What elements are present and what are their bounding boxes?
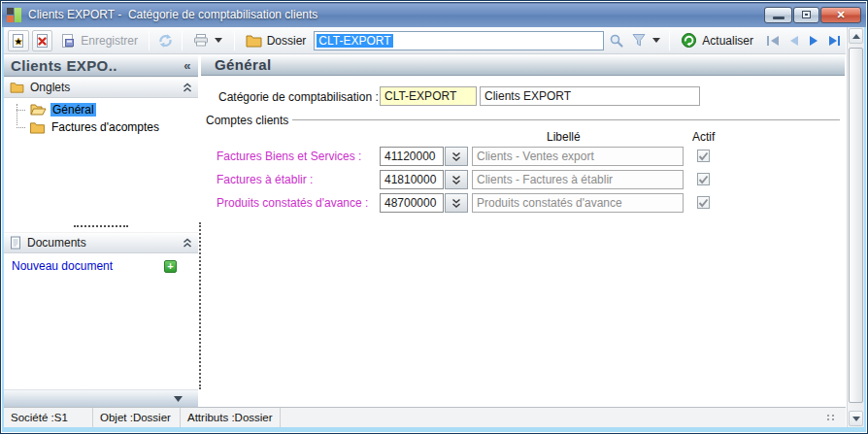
nav-next-icon[interactable] xyxy=(808,35,819,47)
tree-item-label: Factures d'acomptes xyxy=(50,120,161,134)
print-button[interactable] xyxy=(188,30,228,51)
app-window: Clients EXPORT - Catégorie de comptabili… xyxy=(0,0,868,434)
arrow-up-icon xyxy=(852,34,860,39)
checkmark-icon xyxy=(698,198,709,208)
save-icon xyxy=(60,33,76,49)
title-bar[interactable]: Clients EXPORT - Catégorie de comptabili… xyxy=(2,2,866,27)
minimize-button[interactable] xyxy=(764,7,792,23)
folder-icon xyxy=(246,34,262,48)
documents-panel-label: Documents xyxy=(27,236,86,250)
refresh-icon xyxy=(157,33,174,49)
resize-grip-icon[interactable] xyxy=(827,415,835,420)
filter-dropdown-caret-icon[interactable] xyxy=(651,38,661,43)
toolbar-separator xyxy=(182,31,183,50)
account-number-field[interactable]: 41810000 xyxy=(380,170,444,189)
account-row-label: Factures Biens et Services : xyxy=(217,150,361,163)
refresh-button[interactable] xyxy=(155,30,176,51)
account-dropdown-button[interactable] xyxy=(445,147,468,166)
account-dropdown-button[interactable] xyxy=(445,193,468,213)
new-page-star-icon xyxy=(11,33,26,49)
maximize-button[interactable] xyxy=(793,7,819,23)
tree-item-label: Général xyxy=(50,103,96,117)
documents-panel-header[interactable]: Documents xyxy=(4,232,198,253)
status-bar: Société :S1 Objet :Dossier Attributs :Do… xyxy=(4,407,846,427)
folder-icon xyxy=(10,82,24,93)
category-name-field[interactable]: Clients EXPORT xyxy=(480,86,700,106)
close-icon: ✕ xyxy=(836,9,845,21)
tree-item-general[interactable]: Général xyxy=(10,101,198,118)
app-logo-icon xyxy=(7,8,21,22)
printer-icon xyxy=(193,33,209,48)
new-document-button[interactable] xyxy=(8,30,29,51)
main-panel: Général Catégorie de comptabilisation : … xyxy=(201,54,845,389)
actualiser-refresh-icon xyxy=(681,32,697,49)
account-combo[interactable]: 41810000 xyxy=(380,170,468,189)
window-frame xyxy=(2,427,866,432)
account-combo[interactable]: 48700000 xyxy=(380,193,468,213)
add-document-button[interactable]: + xyxy=(164,260,177,273)
dossier-button[interactable]: Dossier xyxy=(241,30,312,51)
toolbar: Enregistrer xyxy=(4,27,846,54)
document-icon xyxy=(10,236,21,250)
print-dropdown-caret-icon[interactable] xyxy=(214,38,223,43)
filter-button[interactable] xyxy=(629,30,663,51)
column-header-actif: Actif xyxy=(692,130,715,144)
double-chevron-down-icon xyxy=(451,175,462,185)
new-document-row: Nouveau document + xyxy=(4,253,198,273)
group-label: Comptes clients xyxy=(206,114,288,127)
account-row-label: Factures à établir : xyxy=(217,173,313,186)
status-objet: Objet :Dossier xyxy=(93,408,181,427)
window-frame xyxy=(864,27,866,432)
scrollbar-thumb[interactable] xyxy=(849,48,863,403)
actif-checkbox xyxy=(697,196,710,209)
account-row-label: Produits constatés d'avance : xyxy=(217,196,368,210)
onglets-panel-label: Onglets xyxy=(30,81,70,94)
main-section-title: Général xyxy=(215,56,272,73)
scroll-down-button[interactable] xyxy=(849,411,863,426)
folder-icon xyxy=(29,121,46,134)
delete-button[interactable] xyxy=(32,30,53,51)
collapse-panel-icon[interactable] xyxy=(183,238,192,249)
dossier-search-value: CLT-EXPORT xyxy=(317,34,392,48)
column-header-libelle: Libellé xyxy=(547,130,581,144)
new-document-link[interactable]: Nouveau document xyxy=(12,259,113,273)
onglets-panel-header[interactable]: Onglets xyxy=(4,77,198,98)
chevron-down-icon xyxy=(174,396,183,402)
account-dropdown-button[interactable] xyxy=(445,170,468,189)
account-libelle-field: Clients - Ventes export xyxy=(472,147,684,166)
sidebar-title-bar: Clients EXPO.. « xyxy=(4,54,198,77)
status-attributs: Attributs :Dossier xyxy=(181,408,281,427)
search-button[interactable] xyxy=(607,30,627,51)
collapse-panel-icon[interactable] xyxy=(183,83,192,93)
save-button[interactable]: Enregistrer xyxy=(55,30,143,51)
scroll-up-button[interactable] xyxy=(849,28,863,44)
sidebar-collapse-icon[interactable]: « xyxy=(184,58,191,73)
double-chevron-down-icon xyxy=(451,198,462,209)
filter-funnel-icon xyxy=(631,33,647,48)
account-row: Produits constatés d'avance : 48700000 P… xyxy=(201,193,845,213)
arrow-down-icon xyxy=(852,417,860,421)
nav-previous-icon[interactable] xyxy=(788,35,800,47)
group-divider xyxy=(292,119,840,121)
search-icon xyxy=(609,33,624,49)
double-chevron-down-icon xyxy=(451,151,462,162)
window-title: Clients EXPORT - Catégorie de comptabili… xyxy=(28,8,317,21)
onglets-tree: Général Factures d'acomptes xyxy=(4,98,198,136)
horizontal-splitter-handle[interactable] xyxy=(74,225,128,227)
tree-item-factures-acomptes[interactable]: Factures d'acomptes xyxy=(10,118,198,136)
account-combo[interactable]: 41120000 xyxy=(380,147,468,166)
account-number-field[interactable]: 48700000 xyxy=(380,193,444,213)
close-button[interactable]: ✕ xyxy=(820,7,861,23)
account-number-field[interactable]: 41120000 xyxy=(380,147,444,166)
actualiser-button[interactable]: Actualiser xyxy=(676,30,758,51)
sidebar-overflow-bar[interactable] xyxy=(4,389,198,407)
open-folder-icon xyxy=(29,103,47,117)
vertical-scrollbar[interactable] xyxy=(847,27,864,427)
window-frame xyxy=(2,27,4,432)
category-label: Catégorie de comptabilisation : xyxy=(218,90,379,104)
dossier-search-input[interactable]: CLT-EXPORT xyxy=(314,31,603,50)
dossier-button-label: Dossier xyxy=(267,34,307,48)
nav-last-icon[interactable] xyxy=(827,35,842,47)
nav-first-icon[interactable] xyxy=(766,35,781,47)
category-code-field[interactable]: CLT-EXPORT xyxy=(380,86,477,106)
